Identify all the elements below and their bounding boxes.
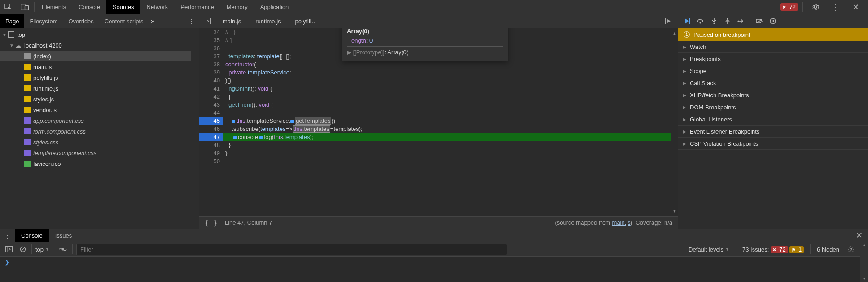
line-number[interactable]: 46 bbox=[207, 125, 220, 133]
run-snippet-icon[interactable] bbox=[660, 18, 678, 24]
line-number[interactable]: 39 bbox=[207, 69, 220, 77]
scroll-down-icon[interactable]: ▼ bbox=[673, 207, 677, 215]
tree-node[interactable]: (index) bbox=[0, 51, 191, 61]
navigator-tab-overrides[interactable]: Overrides bbox=[63, 14, 99, 28]
breakpoint-gutter[interactable] bbox=[199, 44, 207, 52]
resume-script-icon[interactable] bbox=[681, 16, 693, 26]
code-line[interactable]: } bbox=[223, 93, 671, 101]
error-count-badge[interactable]: ✖ 72 bbox=[780, 3, 798, 11]
navigator-tab-filesystem[interactable]: Filesystem bbox=[24, 14, 63, 28]
code-line[interactable]: constructor( bbox=[223, 61, 671, 69]
console-filter-input[interactable] bbox=[76, 244, 507, 255]
tree-node[interactable]: main.js bbox=[0, 61, 191, 72]
inspect-element-icon[interactable] bbox=[0, 0, 16, 14]
breakpoint-gutter[interactable] bbox=[199, 125, 207, 133]
line-number[interactable]: 35 bbox=[207, 36, 220, 44]
line-number[interactable]: 47 bbox=[207, 133, 223, 141]
debugger-section-breakpoints[interactable]: ▶Breakpoints bbox=[678, 53, 868, 65]
log-levels-selector[interactable]: Default levels ▼ bbox=[688, 246, 729, 253]
more-menu-icon[interactable]: ⋮ bbox=[827, 2, 844, 12]
navigator-tab-page[interactable]: Page bbox=[0, 14, 24, 28]
line-number[interactable]: 38 bbox=[207, 61, 220, 69]
code-line[interactable] bbox=[223, 109, 671, 117]
line-number[interactable]: 50 bbox=[207, 157, 220, 165]
breakpoint-gutter[interactable] bbox=[199, 157, 207, 165]
code-line[interactable]: this.templateService.getTemplates() bbox=[223, 117, 671, 125]
navigator-tab-content-scripts[interactable]: Content scripts bbox=[99, 14, 149, 28]
code-line[interactable] bbox=[223, 157, 671, 165]
expand-icon[interactable]: ▼ bbox=[2, 32, 7, 37]
breakpoint-gutter[interactable] bbox=[199, 69, 207, 77]
breakpoint-gutter[interactable] bbox=[199, 61, 207, 69]
step-over-icon[interactable] bbox=[694, 16, 707, 26]
editor-tab[interactable]: main.js bbox=[215, 14, 248, 28]
code-editor[interactable]: 3435363738394041424344454647484950 Array… bbox=[199, 28, 678, 216]
tree-node[interactable]: form.component.css bbox=[0, 126, 191, 137]
breakpoint-gutter[interactable] bbox=[199, 101, 207, 109]
console-settings-gear-icon[interactable] bbox=[846, 246, 856, 253]
tree-node[interactable]: ▼☁localhost:4200 bbox=[0, 40, 191, 51]
close-devtools-icon[interactable]: ✕ bbox=[848, 2, 864, 12]
line-number[interactable]: 44 bbox=[207, 109, 220, 117]
tree-node[interactable]: vendor.js bbox=[0, 104, 191, 115]
editor-tab[interactable]: polyfill… bbox=[288, 14, 324, 28]
drawer-tab-console[interactable]: Console bbox=[15, 229, 49, 242]
editor-nav-icon[interactable] bbox=[199, 18, 215, 24]
breakpoint-gutter[interactable] bbox=[199, 77, 207, 85]
line-number[interactable]: 40 bbox=[207, 77, 220, 85]
tree-node[interactable]: ▼top bbox=[0, 29, 191, 40]
tree-node[interactable]: styles.js bbox=[0, 94, 191, 104]
console-sidebar-toggle-icon[interactable] bbox=[4, 246, 14, 252]
breakpoint-gutter[interactable] bbox=[199, 28, 207, 36]
console-input[interactable]: ❯ bbox=[0, 257, 860, 282]
main-tab-application[interactable]: Application bbox=[254, 0, 295, 14]
source-map-link[interactable]: main.js bbox=[612, 219, 631, 226]
main-tab-performance[interactable]: Performance bbox=[174, 0, 220, 14]
debugger-section-xhr-fetch-breakpoints[interactable]: ▶XHR/fetch Breakpoints bbox=[678, 89, 868, 101]
debugger-section-event-listener-breakpoints[interactable]: ▶Event Listener Breakpoints bbox=[678, 126, 868, 138]
breakpoint-gutter[interactable] bbox=[199, 149, 207, 157]
drawer-scrollbar[interactable]: ▲ ▼ bbox=[860, 242, 868, 282]
code-line[interactable]: ngOnInit(): void { bbox=[223, 85, 671, 93]
scroll-up-icon[interactable]: ▲ bbox=[673, 29, 677, 37]
breakpoint-gutter[interactable] bbox=[199, 117, 207, 125]
line-number[interactable]: 43 bbox=[207, 101, 220, 109]
line-number[interactable]: 49 bbox=[207, 149, 220, 157]
tree-node[interactable]: app.component.css bbox=[0, 115, 191, 126]
code-line[interactable]: console.log(this.templates); bbox=[223, 133, 671, 141]
issues-summary[interactable]: 73 Issues: ✖ 72 ⚑ 1 bbox=[742, 246, 804, 253]
settings-gear-icon[interactable] bbox=[807, 4, 824, 11]
step-into-icon[interactable] bbox=[708, 16, 720, 26]
breakpoint-gutter[interactable] bbox=[199, 133, 207, 141]
main-tab-console[interactable]: Console bbox=[72, 0, 106, 14]
code-line[interactable]: private templateService: bbox=[223, 69, 671, 77]
breakpoint-gutter[interactable] bbox=[199, 109, 207, 117]
tree-node[interactable]: styles.css bbox=[0, 137, 191, 148]
line-number[interactable]: 42 bbox=[207, 93, 220, 101]
main-tab-memory[interactable]: Memory bbox=[220, 0, 254, 14]
line-number[interactable]: 36 bbox=[207, 44, 220, 52]
live-expression-icon[interactable] bbox=[57, 247, 69, 252]
debugger-section-scope[interactable]: ▶Scope bbox=[678, 65, 868, 77]
line-number[interactable]: 34 bbox=[207, 28, 220, 36]
tree-node[interactable]: template.component.css bbox=[0, 148, 191, 158]
pretty-print-icon[interactable]: { } bbox=[205, 218, 218, 227]
step-icon[interactable] bbox=[735, 16, 747, 26]
line-number[interactable]: 45 bbox=[207, 117, 223, 125]
debugger-section-dom-breakpoints[interactable]: ▶DOM Breakpoints bbox=[678, 101, 868, 113]
tree-node[interactable]: favicon.ico bbox=[0, 158, 191, 169]
main-tab-network[interactable]: Network bbox=[140, 0, 175, 14]
editor-tab[interactable]: runtime.js bbox=[248, 14, 288, 28]
more-tabs-icon[interactable]: » bbox=[151, 17, 155, 25]
tree-node[interactable]: polyfills.js bbox=[0, 72, 191, 83]
deactivate-breakpoints-icon[interactable] bbox=[753, 16, 766, 26]
code-line[interactable]: ){} bbox=[223, 77, 671, 85]
debugger-section-watch[interactable]: ▶Watch bbox=[678, 41, 868, 53]
main-tab-sources[interactable]: Sources bbox=[106, 0, 140, 14]
drawer-tab-issues[interactable]: Issues bbox=[49, 229, 79, 242]
value-hover-popup[interactable]: Array(0) length: 0 ▶ [[Prototype]]: Arra… bbox=[342, 28, 508, 61]
close-drawer-icon[interactable]: ✕ bbox=[850, 230, 868, 240]
hidden-messages[interactable]: 6 hidden bbox=[817, 246, 839, 253]
pause-on-exceptions-icon[interactable] bbox=[767, 16, 779, 26]
device-toolbar-icon[interactable] bbox=[16, 0, 33, 14]
